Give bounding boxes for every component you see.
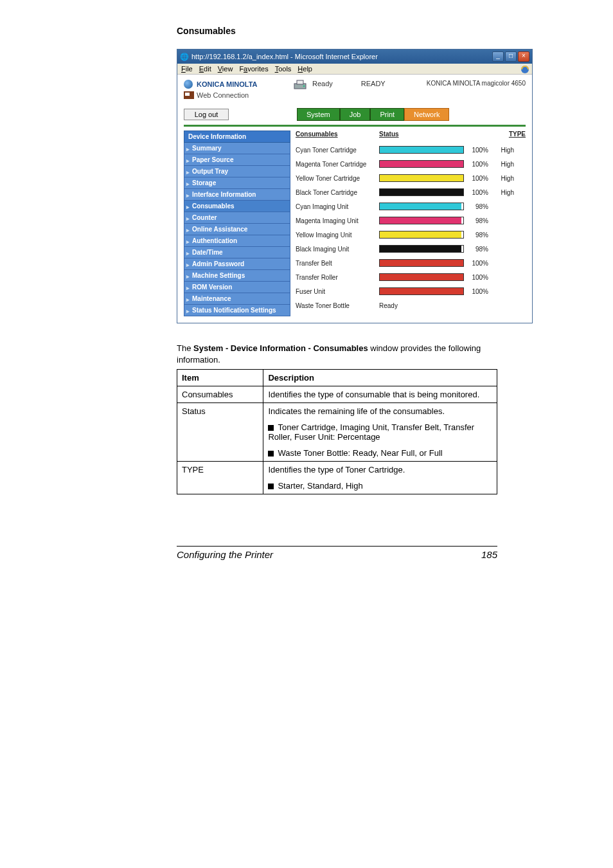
- sidebar-item-output-tray[interactable]: ▸Output Tray: [184, 166, 290, 177]
- menu-bar: File Edit View Favorites Tools Help: [177, 64, 532, 75]
- status-percent: 100%: [466, 288, 488, 295]
- tab-print[interactable]: Print: [370, 108, 404, 121]
- info-table: Item Description Consumables Identifies …: [177, 369, 497, 494]
- status-bar: [379, 188, 464, 196]
- consumable-type: High: [488, 147, 514, 154]
- sidebar-item-paper-source[interactable]: ▸Paper Source: [184, 154, 290, 166]
- consumable-row: Magenta Imaging Unit98%: [296, 213, 526, 228]
- window-title: http://192.168.1.2/a_index.html - Micros…: [191, 53, 378, 60]
- ie-logo-icon: [520, 64, 530, 75]
- waste-row: Waste Toner Bottle Ready: [296, 298, 526, 312]
- sidebar-label: ROM Version: [192, 284, 232, 291]
- consumable-row: Transfer Belt100%: [296, 256, 526, 270]
- sidebar-item-counter[interactable]: ▸Counter: [184, 212, 290, 224]
- status-bar: [379, 259, 464, 267]
- consumable-row: Magenta Toner Cartridge100%High: [296, 157, 526, 171]
- menu-file[interactable]: File: [181, 65, 193, 73]
- minimize-button[interactable]: _: [492, 51, 504, 62]
- th-description: Description: [263, 370, 497, 386]
- status-percent: 98%: [466, 217, 488, 224]
- consumable-name: Transfer Belt: [296, 260, 379, 267]
- bullet-icon: [268, 451, 274, 457]
- konica-logo-icon: [184, 80, 193, 89]
- status-percent: 100%: [466, 175, 488, 182]
- consumable-name: Yellow Toner Cartridge: [296, 175, 379, 182]
- td-consumables-desc: Identifies the type of consumable that i…: [263, 386, 497, 403]
- tab-system[interactable]: System: [297, 108, 340, 121]
- consumable-name: Yellow Imaging Unit: [296, 231, 379, 239]
- sidebar-label: Online Assistance: [192, 226, 247, 233]
- tab-network[interactable]: Network: [404, 108, 449, 121]
- menu-tools[interactable]: Tools: [275, 65, 292, 73]
- td-type: TYPE: [177, 462, 263, 494]
- page-footer: Configuring the Printer 185: [177, 546, 497, 560]
- menu-favorites[interactable]: Favorites: [239, 65, 268, 73]
- consumable-name: Black Imaging Unit: [296, 246, 379, 253]
- sidebar-item-status-notification[interactable]: ▸Status Notification Settings: [184, 305, 290, 316]
- consumable-name: Black Toner Cartridge: [296, 189, 379, 196]
- sidebar-item-summary[interactable]: ▸Summary: [184, 143, 290, 154]
- sidebar-item-rom-version[interactable]: ▸ROM Version: [184, 282, 290, 293]
- sidebar-label: Authentication: [192, 237, 237, 244]
- tab-job[interactable]: Job: [340, 108, 371, 121]
- menu-view[interactable]: View: [218, 65, 233, 73]
- menu-edit[interactable]: Edit: [199, 65, 211, 73]
- consumable-name: Transfer Roller: [296, 274, 379, 281]
- maximize-button[interactable]: □: [505, 51, 517, 62]
- consumable-row: Transfer Roller100%: [296, 270, 526, 284]
- sidebar-label: Status Notification Settings: [192, 307, 276, 314]
- sidebar-item-consumables[interactable]: ▸Consumables: [184, 201, 290, 212]
- sidebar-label: Admin Password: [192, 260, 244, 267]
- status-bar: [379, 217, 464, 224]
- footer-page-number: 185: [481, 549, 497, 560]
- printer-model: KONICA MINOLTA magicolor 4650: [427, 80, 526, 87]
- sidebar-label: Consumables: [192, 203, 235, 210]
- footer-title: Configuring the Printer: [177, 549, 273, 560]
- status-percent: 100%: [466, 147, 488, 154]
- svg-point-3: [303, 86, 305, 87]
- consumable-name: Magenta Toner Cartridge: [296, 161, 379, 168]
- col-type: TYPE: [469, 131, 526, 138]
- td-consumables: Consumables: [177, 386, 263, 403]
- sidebar-label: Date/Time: [192, 249, 223, 256]
- logout-button[interactable]: Log out: [184, 109, 229, 120]
- waste-name: Waste Toner Bottle: [296, 302, 379, 309]
- status-percent: 98%: [466, 246, 488, 253]
- sidebar-label: Paper Source: [192, 156, 233, 163]
- sidebar-item-machine-settings[interactable]: ▸Machine Settings: [184, 270, 290, 282]
- status-bar: [379, 273, 464, 281]
- sidebar-item-authentication[interactable]: ▸Authentication: [184, 235, 290, 247]
- consumable-row: Black Toner Cartridge100%High: [296, 185, 526, 199]
- consumable-type: High: [488, 189, 514, 196]
- sidebar-item-datetime[interactable]: ▸Date/Time: [184, 247, 290, 258]
- ie-page-icon: 🌐: [180, 53, 189, 61]
- td-status-desc: Indicates the remaining life of the cons…: [263, 403, 497, 462]
- status-percent: 100%: [466, 260, 488, 267]
- consumable-type: High: [488, 161, 514, 168]
- bullet-icon: [268, 425, 274, 431]
- description-text: The System - Device Information - Consum…: [177, 343, 497, 365]
- browser-window: 🌐 http://192.168.1.2/a_index.html - Micr…: [177, 49, 533, 323]
- consumables-panel: Consumables Status TYPE Cyan Toner Cartr…: [296, 131, 526, 316]
- close-button[interactable]: ×: [518, 51, 529, 62]
- sidebar-item-admin-password[interactable]: ▸Admin Password: [184, 258, 290, 270]
- sidebar-label: Output Tray: [192, 168, 228, 175]
- consumable-row: Yellow Toner Cartridge100%High: [296, 171, 526, 185]
- sidebar-head: Device Information: [184, 131, 290, 143]
- sidebar-label: Counter: [192, 214, 217, 221]
- sidebar-item-online-assistance[interactable]: ▸Online Assistance: [184, 224, 290, 235]
- consumable-row: Yellow Imaging Unit98%: [296, 228, 526, 242]
- status-percent: 100%: [466, 161, 488, 168]
- sidebar-item-interface[interactable]: ▸Interface Information: [184, 189, 290, 201]
- td-type-desc: Identifies the type of Toner Cartridge. …: [263, 462, 497, 494]
- status-bar: [379, 146, 464, 154]
- window-titlebar: 🌐 http://192.168.1.2/a_index.html - Micr…: [177, 50, 532, 64]
- status-bar: [379, 174, 464, 182]
- sidebar-label: Summary: [192, 145, 222, 152]
- status-bar: [379, 245, 464, 253]
- sidebar-item-storage[interactable]: ▸Storage: [184, 177, 290, 189]
- sidebar-item-maintenance[interactable]: ▸Maintenance: [184, 293, 290, 305]
- status-percent: 100%: [466, 189, 488, 196]
- status-percent: 100%: [466, 274, 488, 281]
- menu-help[interactable]: Help: [298, 65, 312, 73]
